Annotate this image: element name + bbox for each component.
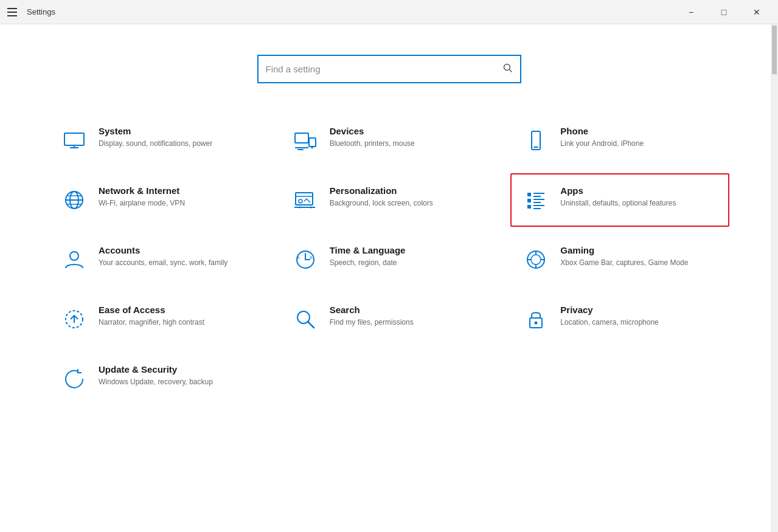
setting-title-devices: Devices: [330, 126, 488, 136]
minimize-button[interactable]: −: [677, 2, 705, 22]
setting-title-update: Update & Security: [99, 364, 257, 375]
setting-item-search[interactable]: Search Find my files, permissions: [280, 292, 499, 346]
setting-desc-time: Speech, region, date: [330, 258, 488, 268]
close-button[interactable]: ✕: [743, 2, 771, 22]
apps-icon: [521, 185, 551, 215]
privacy-icon: [521, 305, 551, 334]
settings-grid: System Display, sound, notifications, po…: [49, 114, 729, 406]
title-bar: Settings − □ ✕: [0, 0, 778, 24]
svg-point-0: [504, 64, 510, 70]
svg-point-30: [70, 252, 78, 260]
svg-rect-6: [309, 138, 316, 147]
setting-desc-accounts: Your accounts, email, sync, work, family: [99, 258, 257, 268]
window-controls: − □ ✕: [677, 2, 771, 22]
svg-rect-5: [295, 133, 308, 143]
ease-icon: [60, 305, 89, 334]
system-icon: [60, 126, 89, 155]
setting-title-system: System: [99, 126, 257, 136]
scrollbar-thumb: [772, 26, 777, 74]
setting-info-update: Update & Security Windows Update, recove…: [99, 364, 257, 387]
setting-title-search: Search: [330, 305, 488, 315]
setting-item-phone[interactable]: Phone Link your Android, iPhone: [510, 114, 729, 167]
setting-info-gaming: Gaming Xbox Game Bar, captures, Game Mod…: [560, 245, 718, 268]
svg-point-19: [299, 199, 302, 203]
svg-text:A: A: [310, 255, 313, 260]
setting-desc-network: Wi-Fi, airplane mode, VPN: [99, 198, 257, 209]
setting-desc-gaming: Xbox Game Bar, captures, Game Mode: [560, 258, 718, 268]
hamburger-menu[interactable]: [7, 8, 17, 16]
setting-info-network: Network & Internet Wi-Fi, airplane mode,…: [99, 185, 257, 209]
setting-desc-personalization: Background, lock screen, colors: [330, 198, 488, 209]
svg-text:A: A: [297, 255, 300, 260]
setting-info-accounts: Accounts Your accounts, email, sync, wor…: [99, 245, 257, 268]
setting-desc-ease: Narrator, magnifier, high contrast: [99, 317, 257, 328]
setting-item-network[interactable]: Network & Internet Wi-Fi, airplane mode,…: [49, 173, 268, 227]
search-icon-button[interactable]: [503, 63, 513, 75]
setting-info-search: Search Find my files, permissions: [330, 305, 488, 328]
setting-item-update[interactable]: Update & Security Windows Update, recove…: [49, 352, 268, 406]
setting-item-gaming[interactable]: Gaming Xbox Game Bar, captures, Game Mod…: [510, 233, 729, 286]
svg-point-9: [311, 147, 313, 149]
setting-desc-apps: Uninstall, defaults, optional features: [560, 198, 718, 209]
svg-rect-8: [297, 149, 304, 150]
svg-rect-2: [64, 133, 84, 145]
setting-title-phone: Phone: [560, 126, 718, 136]
svg-rect-17: [296, 193, 313, 205]
setting-desc-system: Display, sound, notifications, power: [99, 139, 257, 149]
svg-rect-27: [527, 205, 531, 209]
search-bar-container: [49, 55, 729, 83]
setting-info-privacy: Privacy Location, camera, microphone: [560, 305, 718, 328]
setting-info-apps: Apps Uninstall, defaults, optional featu…: [560, 185, 718, 209]
setting-item-accounts[interactable]: Accounts Your accounts, email, sync, wor…: [49, 233, 268, 286]
search-icon: [291, 305, 320, 334]
update-icon: [60, 364, 89, 393]
setting-item-system[interactable]: System Display, sound, notifications, po…: [49, 114, 268, 167]
setting-title-privacy: Privacy: [560, 305, 718, 315]
devices-icon: [291, 126, 320, 155]
svg-line-1: [509, 69, 512, 72]
svg-rect-24: [527, 199, 531, 202]
setting-title-time: Time & Language: [330, 245, 488, 255]
main-content: System Display, sound, notifications, po…: [0, 24, 778, 532]
setting-desc-devices: Bluetooth, printers, mouse: [330, 139, 488, 149]
svg-point-47: [535, 322, 538, 325]
gaming-icon: [521, 245, 551, 274]
setting-info-system: System Display, sound, notifications, po…: [99, 126, 257, 149]
svg-point-37: [531, 255, 541, 264]
setting-title-ease: Ease of Access: [99, 305, 257, 315]
setting-info-phone: Phone Link your Android, iPhone: [560, 126, 718, 149]
setting-info-time: Time & Language Speech, region, date: [330, 245, 488, 268]
setting-desc-search: Find my files, permissions: [330, 317, 488, 328]
phone-icon: [521, 126, 551, 155]
search-icon: [503, 63, 513, 73]
search-bar[interactable]: [257, 55, 521, 83]
svg-line-45: [308, 322, 314, 328]
search-input[interactable]: [266, 64, 503, 74]
setting-title-gaming: Gaming: [560, 245, 718, 255]
setting-item-ease[interactable]: Ease of Access Narrator, magnifier, high…: [49, 292, 268, 346]
setting-desc-update: Windows Update, recovery, backup: [99, 377, 257, 387]
title-bar-left: Settings: [7, 7, 55, 16]
setting-info-devices: Devices Bluetooth, printers, mouse: [330, 126, 488, 149]
setting-desc-phone: Link your Android, iPhone: [560, 139, 718, 149]
setting-title-personalization: Personalization: [330, 185, 488, 196]
time-icon: A A: [291, 245, 320, 274]
setting-item-privacy[interactable]: Privacy Location, camera, microphone: [510, 292, 729, 346]
setting-info-ease: Ease of Access Narrator, magnifier, high…: [99, 305, 257, 328]
network-icon: [60, 185, 89, 215]
setting-info-personalization: Personalization Background, lock screen,…: [330, 185, 488, 209]
setting-item-time[interactable]: A A Time & Language Speech, region, date: [280, 233, 499, 286]
setting-title-network: Network & Internet: [99, 185, 257, 196]
setting-item-personalization[interactable]: Personalization Background, lock screen,…: [280, 173, 499, 227]
setting-item-apps[interactable]: Apps Uninstall, defaults, optional featu…: [510, 173, 729, 227]
setting-title-apps: Apps: [560, 185, 718, 196]
accounts-icon: [60, 245, 89, 274]
setting-desc-privacy: Location, camera, microphone: [560, 317, 718, 328]
maximize-button[interactable]: □: [710, 2, 738, 22]
setting-title-accounts: Accounts: [99, 245, 257, 255]
window-title: Settings: [27, 7, 55, 16]
scrollbar[interactable]: [771, 24, 778, 532]
setting-item-devices[interactable]: Devices Bluetooth, printers, mouse: [280, 114, 499, 167]
svg-rect-21: [527, 193, 531, 196]
personalization-icon: [291, 185, 320, 215]
